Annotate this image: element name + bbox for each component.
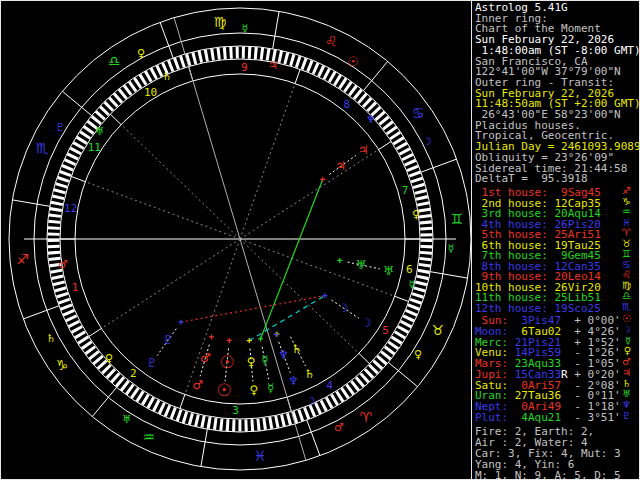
uranus-outer-ring-icon: ♅ — [383, 264, 394, 278]
planet-velocity: - 3°51' — [568, 411, 621, 424]
info-panel: Astrolog 5.41GInner ring:Chart of the Mo… — [475, 1, 639, 480]
moon-position-dot — [322, 293, 327, 298]
jupiter-position-dot — [320, 177, 325, 182]
summary-line: M: 1, N: 9, A: 5, D: 5 — [475, 469, 621, 480]
astrolog-window: ♈♉♊♋♌♍♎♏♐♑♒♓123456789101112☉☉☽☽☿☿♀♀♂♂♃♃♄… — [0, 0, 640, 480]
planet-position: 4Aqu21 — [508, 411, 561, 424]
gemini-sign-icon: ♊ — [451, 211, 464, 227]
chart-point-icon: ♄ — [46, 332, 56, 345]
chart-point-icon: ♀ — [105, 352, 113, 365]
sign-boundary — [92, 387, 116, 416]
planet-text: Plut: 4Aqu21 - 3°51' — [475, 411, 621, 424]
header-line: DeltaT = 95.3918 — [475, 174, 588, 185]
saturn-inner-ring-icon: ♄ — [291, 342, 302, 356]
house-row: 12th house: 19Sco25♏ — [475, 302, 635, 315]
sign-boundary — [62, 91, 91, 115]
uranus-inner-ring-icon: ♅ — [356, 258, 367, 272]
chart-point-icon: ♄ — [162, 70, 172, 83]
pluto-outer-ring-icon: ♇ — [147, 356, 158, 370]
chart-point-icon: ♇ — [55, 121, 65, 134]
leo-sign-icon: ♌ — [325, 33, 338, 49]
jupiter-inner-ring-icon: ♃ — [335, 159, 346, 173]
house-number: 10 — [144, 86, 157, 99]
house-cusp-line — [240, 83, 295, 239]
house-cusp-line — [85, 182, 240, 239]
mercury-inner-ring-icon: ☿ — [261, 353, 268, 367]
sign-boundary — [430, 272, 467, 278]
house-cusp-line — [240, 239, 359, 353]
sign-boundary — [273, 11, 279, 48]
chart-point-icon: ♀ — [414, 348, 422, 361]
mars-inner-ring-icon: ♂ — [200, 351, 211, 365]
sagittarius-sign-icon: ♐ — [17, 251, 30, 267]
chart-point-icon: ☽ — [422, 135, 432, 148]
venus-inner-ring-icon: ♀ — [247, 355, 256, 369]
house-number: 7 — [402, 184, 409, 197]
house-number: 12 — [64, 202, 77, 215]
sun-inner-ring-icon: ☉ — [219, 352, 234, 372]
moon-outer-ring-icon: ☽ — [361, 316, 372, 330]
sign-boundary — [160, 22, 173, 58]
cusp-band-segment — [295, 69, 300, 83]
aspect-line — [249, 296, 325, 341]
chart-point-icon: ♅ — [122, 413, 132, 426]
chart-point-icon: ☉ — [347, 54, 359, 69]
cancer-sign-icon: ♋ — [412, 105, 425, 121]
neptune-inner-ring-icon: ♆ — [278, 348, 289, 362]
chart-point-icon: ♂ — [334, 421, 344, 434]
cusp-band-segment — [180, 395, 185, 409]
sign-boundary — [23, 306, 59, 319]
jupiter-outer-ring-icon: ♃ — [358, 143, 369, 157]
mars-position-dot — [209, 334, 214, 339]
neptune-outer-ring-icon: ♆ — [288, 374, 299, 388]
house-cusp-line — [240, 150, 379, 239]
chart-point-icon: ☿ — [409, 278, 416, 291]
chart-wheel: ♈♉♊♋♌♍♎♏♐♑♒♓123456789101112☉☉☽☽☿☿♀♀♂♂♃♃♄… — [1, 1, 473, 480]
chart-point-icon: ♃ — [268, 59, 278, 72]
house-number: 5 — [382, 324, 389, 337]
panel-divider — [471, 1, 472, 480]
aquarius-sign-icon: ♒ — [142, 429, 155, 445]
house-number: 6 — [406, 263, 413, 276]
planet-row: Plut: 4Aqu21 - 3°51'♇ — [475, 411, 635, 424]
cusp-band-segment — [359, 353, 370, 363]
house-cusp-line — [240, 239, 395, 296]
moon-inner-ring-icon: ☽ — [338, 301, 349, 315]
house-number: 2 — [130, 367, 137, 380]
virgo-sign-icon: ♍ — [214, 14, 227, 30]
mars-outer-ring-icon: ♂ — [192, 378, 203, 392]
house-number: 11 — [88, 141, 101, 154]
plut-icon: ♇ — [622, 411, 635, 424]
chart-point-icon: ☽ — [306, 395, 316, 408]
chart-point-icon: ☿ — [242, 22, 249, 35]
house-number: 1 — [72, 281, 79, 294]
house-number: 9 — [241, 61, 248, 74]
cusp-band-segment — [71, 176, 85, 181]
aries-sign-icon: ♈ — [360, 409, 373, 425]
aspect-line — [181, 296, 325, 323]
capricorn-sign-icon: ♑ — [56, 357, 69, 373]
sign-boundary — [307, 420, 320, 456]
house-number: 4 — [326, 379, 333, 392]
sign-boundary — [421, 159, 457, 172]
house-number: 8 — [343, 98, 350, 111]
cusp-band-segment — [379, 141, 392, 149]
planet-label: Plut: — [475, 411, 508, 424]
sun-outer-ring-icon: ☉ — [216, 380, 231, 400]
sign-boundary — [363, 61, 387, 90]
house-number: 3 — [232, 404, 239, 417]
house-text: 12th house: 19Sco25 — [475, 302, 601, 315]
pisces-sign-icon: ♓ — [254, 448, 267, 464]
pluto-position-dot — [178, 320, 183, 325]
house-cusp-line — [121, 125, 240, 239]
neptune-position-dot — [273, 332, 278, 337]
sign-boundary — [201, 429, 207, 466]
saturn-outer-ring-icon: ♄ — [304, 367, 315, 381]
uranus-position-dot — [337, 258, 342, 263]
chart-point-icon: ♂ — [58, 258, 68, 271]
mercury-position-dot — [258, 336, 263, 341]
house-cusp-line — [101, 239, 240, 328]
chart-point-icon: ♀ — [412, 208, 420, 221]
cusp-band-segment — [110, 114, 121, 124]
taurus-sign-icon: ♉ — [432, 322, 445, 338]
